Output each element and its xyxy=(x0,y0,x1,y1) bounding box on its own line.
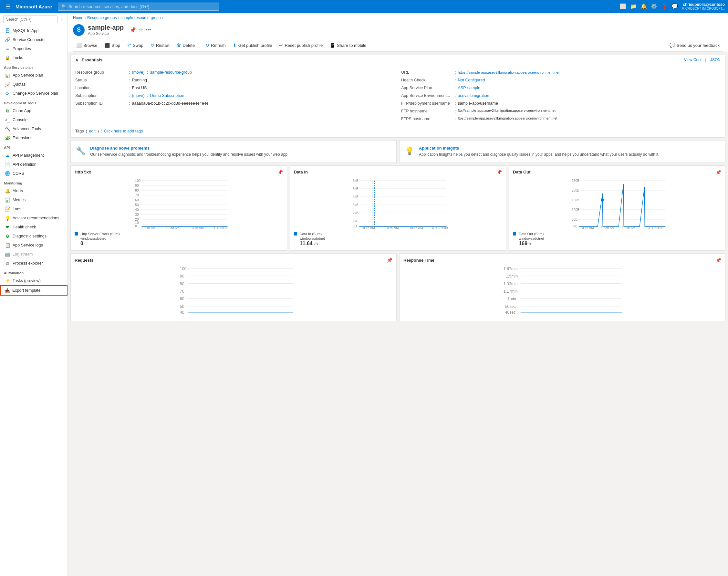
chart-data-out-pin[interactable]: 📌 xyxy=(716,170,721,175)
diagnose-icon: 🔧 xyxy=(76,146,86,155)
breadcrumb-sample-resource-group[interactable]: sample-resource-group xyxy=(120,16,161,20)
share-to-mobile-button[interactable]: 📱 Share to mobile xyxy=(326,41,370,50)
sidebar-collapse-icon[interactable]: « xyxy=(59,17,64,22)
star-icon[interactable]: ☆ xyxy=(139,27,143,33)
sidebar-item-console[interactable]: >_ Console xyxy=(0,115,67,124)
sidebar-item-mysql[interactable]: 🗄 MySQL In App xyxy=(0,26,67,35)
sidebar-item-change-plan[interactable]: ⟳ Change App Service plan xyxy=(0,89,67,98)
directory-icon[interactable]: 📁 xyxy=(630,3,637,9)
chart-data-out-title: Data Out xyxy=(513,170,530,174)
chart-response-time-pin[interactable]: 📌 xyxy=(716,257,721,263)
sidebar-item-quotas[interactable]: 📈 Quotas xyxy=(0,80,67,89)
info-card-diagnose: 🔧 Diagnose and solve problems Our self-s… xyxy=(70,140,397,163)
sidebar-item-alerts[interactable]: 🔔 Alerts xyxy=(0,186,67,196)
sidebar-item-health-check[interactable]: ❤ Health check xyxy=(0,223,67,232)
sidebar-item-clone-app[interactable]: ⧉ Clone App xyxy=(0,106,67,115)
chart-http5xx-pin[interactable]: 📌 xyxy=(278,170,283,175)
change-plan-icon: ⟳ xyxy=(5,91,10,96)
chart-requests-pin[interactable]: 📌 xyxy=(387,257,392,263)
sidebar-item-app-service-logs[interactable]: 📋 App Service logs xyxy=(0,241,67,250)
data-out-legend-dot xyxy=(513,232,516,235)
asp-link[interactable]: ASP-sample xyxy=(458,86,480,90)
url-link[interactable]: https://sample-app.asev2ilbmigration.app… xyxy=(458,70,559,74)
sidebar-item-app-service-plan[interactable]: 📊 App Service plan xyxy=(0,71,67,80)
sidebar-item-cors[interactable]: 🌐 CORS xyxy=(0,169,67,178)
app-type: App Service xyxy=(88,31,124,36)
delete-icon: 🗑 xyxy=(177,42,181,48)
notifications-icon[interactable]: 🔔 xyxy=(640,3,647,9)
chart-data-in-pin[interactable]: 📌 xyxy=(496,170,502,175)
breadcrumb-home[interactable]: Home xyxy=(73,16,83,20)
svg-text:100: 100 xyxy=(180,266,187,271)
subscription-name-link[interactable]: Demo Subscription xyxy=(150,93,184,98)
global-search-input[interactable] xyxy=(68,4,216,9)
app-title-text: sample-app App Service xyxy=(88,24,124,36)
svg-text:3kB: 3kB xyxy=(353,203,358,207)
sidebar-item-api-management[interactable]: ☁ API Management xyxy=(0,151,67,160)
sidebar-item-logs[interactable]: 📝 Logs xyxy=(0,204,67,213)
ase-link[interactable]: asev2ilbmigration xyxy=(458,93,489,98)
sidebar-item-diagnostic-settings[interactable]: ⚙ Diagnostic settings xyxy=(0,232,67,241)
sidebar-label-process-explorer: Process explorer xyxy=(12,261,43,265)
json-link[interactable]: JSON xyxy=(710,58,721,62)
data-out-legend-label: Data Out (Sum) xyxy=(519,232,544,236)
pin-to-favorites-icon[interactable]: 📌 xyxy=(129,27,136,33)
extensions-icon: 🧩 xyxy=(5,135,10,141)
sidebar-item-locks[interactable]: 🔒 Locks xyxy=(0,53,67,62)
feedback-button[interactable]: 💬 Send us your feedback xyxy=(666,41,723,50)
breadcrumb-sep-2: › xyxy=(118,16,119,20)
sidebar-item-advanced-tools[interactable]: 🔨 Advanced Tools xyxy=(0,124,67,134)
subscription-move-link[interactable]: (move) xyxy=(132,93,144,98)
sidebar-item-service-connector[interactable]: 🔗 Service Connector xyxy=(0,35,67,44)
more-actions-icon[interactable]: ••• xyxy=(146,27,151,33)
sidebar-item-extensions[interactable]: 🧩 Extensions xyxy=(0,134,67,142)
sidebar-item-properties[interactable]: ≡ Properties xyxy=(0,44,67,53)
tags-add-link[interactable]: Click here to add tags xyxy=(104,129,143,134)
global-search-box[interactable]: 🔍 xyxy=(58,3,219,11)
diagnose-title[interactable]: Diagnose and solve problems xyxy=(90,146,288,150)
sidebar-item-process-explorer[interactable]: 🖥 Process explorer xyxy=(0,259,67,268)
sidebar-item-tasks[interactable]: ⚡ Tasks (preview) xyxy=(0,276,67,285)
sidebar-item-advisor[interactable]: 💡 Advisor recommendations xyxy=(0,213,67,223)
delete-button[interactable]: 🗑 Delete xyxy=(173,41,198,50)
essentials-tags: Tags (edit) : Click here to add tags xyxy=(71,126,725,137)
essentials-app-service-plan: App Service Plan : ASP-sample xyxy=(401,85,721,91)
restart-button[interactable]: ↺ Restart xyxy=(147,41,173,50)
data-out-legend-text: Data Out (Sum) windowssdotnet 169 B xyxy=(519,232,544,247)
help-icon[interactable]: ❓ xyxy=(661,3,668,9)
sidebar-label-alerts: Alerts xyxy=(12,189,23,193)
cloud-shell-icon[interactable]: ⬜ xyxy=(620,3,626,9)
http5xx-legend-label: Http Server Errors (Sum) xyxy=(81,232,120,236)
swap-button[interactable]: ⇄ Swap xyxy=(124,41,147,50)
stop-button[interactable]: ⬛ Stop xyxy=(101,41,123,50)
service-connector-icon: 🔗 xyxy=(5,37,10,42)
swap-icon: ⇄ xyxy=(127,42,131,48)
refresh-button[interactable]: ↻ Refresh xyxy=(202,41,229,50)
sidebar-item-api-definition[interactable]: 📄 API definition xyxy=(0,160,67,169)
breadcrumb-resource-groups[interactable]: Resource groups xyxy=(87,16,117,20)
sidebar-item-export-template[interactable]: 📤 Export template xyxy=(0,285,67,296)
chart-requests: Requests 📌 100 90 80 70 60 50 40 xyxy=(70,253,397,321)
browse-button[interactable]: ⬜ Browse xyxy=(73,41,100,50)
essentials-toggle-icon[interactable]: ∧ xyxy=(75,58,79,62)
sidebar-item-log-stream[interactable]: 📺 Log stream xyxy=(0,250,67,259)
view-cost-link[interactable]: View Cost xyxy=(684,58,701,62)
sidebar-search-input[interactable] xyxy=(3,16,57,23)
user-profile[interactable]: chrisqpublic@contoso MICROSOFT (MICROSOF… xyxy=(682,2,725,11)
health-check-link[interactable]: Not Configured xyxy=(458,78,485,82)
svg-text:10:45 AM: 10:45 AM xyxy=(190,226,203,229)
hamburger-menu[interactable]: ☰ xyxy=(3,2,13,11)
feedback-btn-icon: 💬 xyxy=(670,42,675,48)
insights-title[interactable]: Application Insights xyxy=(419,146,659,150)
tags-edit-link[interactable]: edit xyxy=(89,129,96,134)
settings-icon[interactable]: ⚙️ xyxy=(651,3,657,9)
svg-text:200B: 200B xyxy=(572,189,580,192)
sidebar-item-metrics[interactable]: 📊 Metrics xyxy=(0,196,67,204)
get-publish-profile-button[interactable]: ⬇ Get publish profile xyxy=(230,41,275,50)
app-title-actions: 📌 ☆ ••• xyxy=(129,27,151,33)
reset-publish-profile-button[interactable]: ↩ Reset publish profile xyxy=(276,41,326,50)
rg-move-link[interactable]: (move) xyxy=(132,70,144,75)
rg-name-link[interactable]: sample-resource-group xyxy=(150,70,192,75)
svg-text:90: 90 xyxy=(180,274,184,279)
feedback-nav-icon[interactable]: 💬 xyxy=(671,3,678,9)
